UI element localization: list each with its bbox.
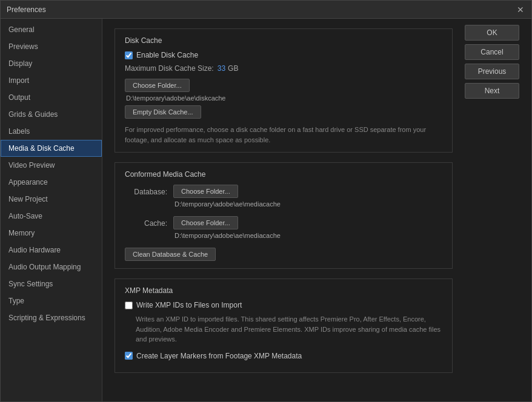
sidebar-item-audio-output-mapping[interactable]: Audio Output Mapping	[1, 259, 102, 275]
sidebar-item-sync-settings[interactable]: Sync Settings	[1, 275, 102, 292]
sidebar-item-appearance[interactable]: Appearance	[1, 174, 102, 191]
database-label: Database:	[125, 185, 167, 196]
cache-label: Cache:	[125, 216, 167, 228]
max-size-unit: GB	[228, 64, 238, 73]
disk-cache-info: For improved performance, choose a disk …	[125, 125, 442, 145]
disk-cache-folder-group: Choose Folder... D:\temporary\adobe\ae\d…	[125, 79, 442, 119]
sidebar-item-type[interactable]: Type	[1, 292, 102, 309]
cache-content: Choose Folder... D:\temporary\adobe\ae\m…	[173, 216, 442, 243]
cache-choose-folder-button[interactable]: Choose Folder...	[173, 216, 238, 229]
sidebar-item-auto-save[interactable]: Auto-Save	[1, 208, 102, 225]
conformed-media-cache-section: Conformed Media Cache Database: Choose F…	[115, 162, 453, 269]
database-content: Choose Folder... D:\temporary\adobe\ae\m…	[173, 185, 442, 211]
right-buttons: OK Cancel Previous Next	[465, 25, 525, 99]
conformed-media-cache-title: Conformed Media Cache	[125, 170, 442, 179]
settings-area: Disk Cache Enable Disk Cache Maximum Dis…	[115, 28, 453, 373]
sidebar-item-media-disk-cache[interactable]: Media & Disk Cache	[1, 140, 102, 157]
write-xmp-label: Write XMP IDs to Files on Import	[136, 301, 242, 309]
sidebar-item-scripting-expressions[interactable]: Scripting & Expressions	[1, 309, 102, 326]
sidebar: GeneralPreviewsDisplayImportOutputGrids …	[1, 19, 102, 401]
max-size-row: Maximum Disk Cache Size: 33 GB	[125, 64, 442, 73]
sidebar-item-general[interactable]: General	[1, 21, 102, 38]
sidebar-item-video-preview[interactable]: Video Preview	[1, 157, 102, 174]
disk-cache-path: D:\temporary\adobe\ae\diskcache	[126, 94, 442, 102]
database-path: D:\temporary\adobe\ae\mediacache	[175, 200, 442, 208]
previous-button[interactable]: Previous	[465, 64, 519, 79]
ok-button[interactable]: OK	[465, 25, 519, 41]
xmp-metadata-section: XMP Metadata Write XMP IDs to Files on I…	[115, 278, 453, 373]
disk-cache-title: Disk Cache	[125, 36, 442, 45]
cache-path: D:\temporary\adobe\ae\mediacache	[175, 232, 442, 239]
write-xmp-checkbox[interactable]	[125, 302, 133, 309]
sidebar-item-previews[interactable]: Previews	[1, 38, 102, 55]
empty-disk-cache-button[interactable]: Empty Disk Cache...	[125, 105, 201, 119]
enable-disk-cache-label: Enable Disk Cache	[136, 51, 198, 59]
max-size-value: 33	[218, 64, 225, 73]
create-markers-label: Create Layer Markers from Footage XMP Me…	[136, 352, 302, 360]
write-xmp-desc: Writes an XMP ID to imported files. This…	[136, 314, 442, 344]
titlebar: Preferences ✕	[1, 1, 531, 19]
clean-db-row: Clean Database & Cache	[125, 248, 442, 261]
max-size-label: Maximum Disk Cache Size:	[125, 64, 214, 73]
cache-row: Cache: Choose Folder... D:\temporary\ado…	[125, 216, 442, 243]
sidebar-item-display[interactable]: Display	[1, 55, 102, 72]
sidebar-item-new-project[interactable]: New Project	[1, 191, 102, 208]
sidebar-item-output[interactable]: Output	[1, 89, 102, 106]
next-button[interactable]: Next	[465, 83, 519, 99]
sidebar-item-labels[interactable]: Labels	[1, 123, 102, 140]
create-markers-checkbox[interactable]	[125, 352, 133, 360]
sidebar-item-memory[interactable]: Memory	[1, 225, 102, 242]
main-panel: OK Cancel Previous Next Disk Cache Enabl…	[102, 19, 531, 401]
write-xmp-row: Write XMP IDs to Files on Import	[125, 301, 442, 309]
window-title: Preferences	[7, 5, 46, 14]
sidebar-item-audio-hardware[interactable]: Audio Hardware	[1, 242, 102, 259]
database-row: Database: Choose Folder... D:\temporary\…	[125, 185, 442, 211]
disk-cache-choose-folder-button[interactable]: Choose Folder...	[125, 79, 190, 92]
enable-disk-cache-checkbox[interactable]	[125, 51, 133, 59]
database-choose-folder-button[interactable]: Choose Folder...	[173, 185, 238, 198]
cancel-button[interactable]: Cancel	[465, 44, 519, 60]
create-markers-row: Create Layer Markers from Footage XMP Me…	[125, 352, 442, 360]
enable-disk-cache-row: Enable Disk Cache	[125, 51, 442, 59]
close-button[interactable]: ✕	[516, 5, 525, 15]
main-content: GeneralPreviewsDisplayImportOutputGrids …	[1, 19, 531, 401]
clean-database-cache-button[interactable]: Clean Database & Cache	[125, 248, 216, 261]
xmp-metadata-title: XMP Metadata	[125, 286, 442, 295]
sidebar-item-grids-guides[interactable]: Grids & Guides	[1, 106, 102, 123]
sidebar-item-import[interactable]: Import	[1, 72, 102, 89]
disk-cache-section: Disk Cache Enable Disk Cache Maximum Dis…	[115, 28, 453, 153]
preferences-window: Preferences ✕ GeneralPreviewsDisplayImpo…	[0, 0, 532, 402]
